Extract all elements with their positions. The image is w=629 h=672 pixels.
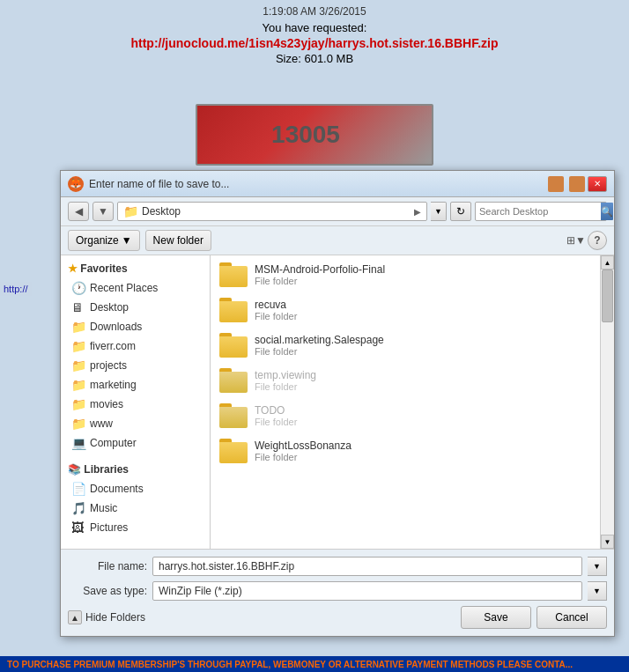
file-name: TODO [255,404,297,417]
address-bar: ◀ ▼ 📁 Desktop ▶ ▼ ↻ 🔍 [61,197,614,226]
file-type: File folder [255,381,316,392]
desktop-label: Desktop [90,301,203,314]
address-box[interactable]: 📁 Desktop ▶ [117,202,427,221]
http-partial-text: http:// [0,282,32,296]
nav-tree: ★ Favorites 🕐 Recent Places 🖥 Desktop 📁 … [61,255,211,549]
timestamp: 1:19:08 AM 3/26/2015 [0,5,629,18]
list-item[interactable]: temp.viewing File folder [211,363,600,398]
request-label: You have requested: [0,21,629,34]
file-scrollbar[interactable]: ▲ ▼ [600,255,614,549]
save-button-label: Save [484,611,507,624]
action-buttons: Save Cancel [461,606,607,629]
sidebar-item-marketing[interactable]: 📁 marketing [61,375,210,395]
file-info: temp.viewing File folder [255,369,316,392]
sidebar-item-recent-places[interactable]: 🕐 Recent Places [61,278,210,298]
list-item[interactable]: MSM-Android-Porfolio-Final File folder [211,257,600,292]
organize-button[interactable]: Organize ▼ [68,230,140,251]
music-label: Music [90,502,203,514]
help-button[interactable]: ? [588,231,607,250]
sidebar-item-projects[interactable]: 📁 projects [61,356,210,375]
folder-icon [219,298,248,322]
bottom-bar-text: TO PURCHASE PREMIUM MEMBERSHIP'S THROUGH… [7,660,573,669]
list-item[interactable]: TODO File folder [211,398,600,433]
scroll-up-button[interactable]: ▲ [601,255,614,270]
recent-places-icon: 🕐 [71,281,85,295]
title-icon-2 [569,176,585,192]
view-options: ⊞▼ ? [566,231,607,250]
file-type: File folder [255,452,352,462]
savetype-dropdown-arrow[interactable]: ▼ [588,581,607,601]
www-label: www [90,417,203,430]
address-dropdown-btn[interactable]: ▼ [431,202,447,221]
downloads-folder-icon: 📁 [71,320,85,334]
libraries-label: Libraries [84,463,129,476]
cancel-button[interactable]: Cancel [536,606,607,629]
fiverr-folder-icon: 📁 [71,339,85,353]
desktop-icon: 🖥 [71,300,85,314]
sidebar-item-pictures[interactable]: 🖼 Pictures [61,518,210,537]
dialog-content: ★ Favorites 🕐 Recent Places 🖥 Desktop 📁 … [61,255,614,549]
sidebar-item-www[interactable]: 📁 www [61,414,210,433]
list-item[interactable]: WeightLossBonanza File folder [211,433,600,469]
sidebar-item-computer[interactable]: 💻 Computer [61,433,210,453]
file-list: MSM-Android-Porfolio-Final File folder r… [211,255,614,549]
movies-label: movies [90,398,203,410]
documents-icon: 📄 [71,482,85,496]
fiverr-label: fiverr.com [90,340,203,352]
sidebar-item-music[interactable]: 🎵 Music [61,498,210,518]
file-info: MSM-Android-Porfolio-Final File folder [255,263,385,286]
favorites-label: Favorites [80,262,127,275]
search-box[interactable]: 🔍 [475,202,607,221]
filename-dropdown[interactable]: ▼ [588,557,607,576]
movies-folder-icon: 📁 [71,397,85,411]
firefox-icon: 🦊 [68,176,84,192]
search-button[interactable]: 🔍 [601,203,613,220]
dropdown-button[interactable]: ▼ [92,202,114,221]
scroll-track[interactable] [601,270,614,535]
pictures-label: Pictures [90,521,203,534]
file-name: recuva [255,299,297,311]
address-path: Desktop [142,205,411,218]
file-info: WeightLossBonanza File folder [255,439,352,462]
hide-folders-button[interactable]: ▲ Hide Folders [68,610,145,624]
sidebar-item-movies[interactable]: 📁 movies [61,395,210,414]
file-list-inner: MSM-Android-Porfolio-Final File folder r… [211,255,600,549]
download-url[interactable]: http://junocloud.me/1isn4s23yjay/harrys.… [0,36,629,50]
list-item[interactable]: social.marketing.Salespage File folder [211,328,600,363]
file-name: WeightLossBonanza [255,439,352,452]
folder-icon [219,368,248,393]
projects-folder-icon: 📁 [71,358,85,373]
hide-folders-label: Hide Folders [85,611,145,624]
cancel-button-label: Cancel [555,611,588,624]
scroll-down-button[interactable]: ▼ [601,535,614,549]
file-type: File folder [255,417,297,427]
new-folder-button[interactable]: New folder [145,230,211,251]
sidebar-item-downloads[interactable]: 📁 Downloads [61,317,210,336]
sidebar-item-fiverr[interactable]: 📁 fiverr.com [61,336,210,356]
view-toggle-button[interactable]: ⊞▼ [566,231,586,250]
save-button[interactable]: Save [461,606,531,629]
savetype-dropdown[interactable]: WinZip File (*.zip) [152,581,582,601]
downloads-label: Downloads [90,321,203,333]
list-item[interactable]: recuva File folder [211,292,600,328]
address-chevron: ▶ [414,207,421,217]
filename-input[interactable] [152,557,582,576]
savetype-value: WinZip File (*.zip) [159,585,242,597]
file-type: File folder [255,311,297,321]
close-button[interactable]: ✕ [588,176,607,192]
file-info: recuva File folder [255,299,297,321]
sidebar-item-documents[interactable]: 📄 Documents [61,479,210,498]
refresh-button[interactable]: ↻ [450,202,471,221]
address-folder-icon: 📁 [123,204,138,218]
back-button[interactable]: ◀ [68,202,89,221]
music-icon: 🎵 [71,501,85,515]
marketing-folder-icon: 📁 [71,378,85,392]
search-input[interactable] [479,206,601,217]
favorites-header: ★ Favorites [61,259,210,278]
save-dialog: 🦊 Enter name of file to save to... ✕ ◀ ▼… [60,170,615,637]
bottom-status-bar: TO PURCHASE PREMIUM MEMBERSHIP'S THROUGH… [0,656,629,672]
sidebar-item-desktop[interactable]: 🖥 Desktop [61,298,210,317]
star-icon: ★ [68,262,78,275]
dialog-title-buttons: ✕ [545,176,607,192]
scroll-thumb[interactable] [602,270,613,322]
